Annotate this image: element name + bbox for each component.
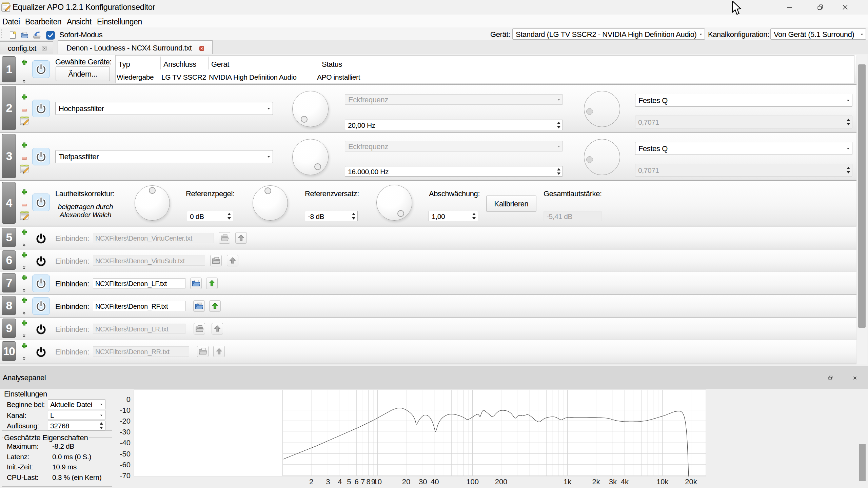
svg-text:4k: 4k [621,477,629,486]
svg-text:4: 4 [338,477,342,486]
svg-text:2: 2 [309,477,313,486]
svg-text:6: 6 [354,477,358,486]
svg-text:2k: 2k [592,477,600,486]
svg-text:5: 5 [347,477,351,486]
svg-text:3: 3 [326,477,330,486]
svg-text:7: 7 [361,477,365,486]
svg-text:10k: 10k [656,477,669,486]
svg-text:200: 200 [495,477,508,486]
svg-text:-50: -50 [120,450,131,458]
svg-text:-10: -10 [120,406,131,414]
svg-text:8: 8 [366,477,370,486]
svg-text:100: 100 [466,477,479,486]
svg-text:10: 10 [373,477,381,486]
svg-text:40: 40 [431,477,439,486]
svg-text:20: 20 [402,477,410,486]
svg-text:-70: -70 [120,471,131,480]
svg-text:-20: -20 [120,417,131,425]
svg-text:20k: 20k [685,477,697,486]
svg-text:3k: 3k [609,477,617,486]
svg-text:1k: 1k [564,477,572,486]
svg-text:-30: -30 [120,428,131,436]
svg-text:30: 30 [419,477,427,486]
svg-text:0: 0 [126,395,131,404]
svg-text:-60: -60 [120,461,131,469]
svg-text:-40: -40 [120,439,131,447]
